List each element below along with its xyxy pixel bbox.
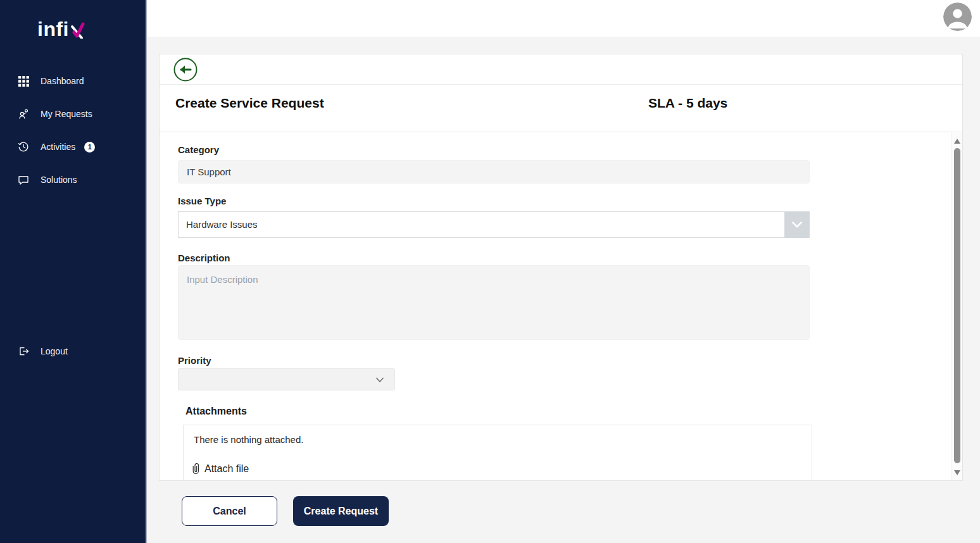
history-icon (18, 141, 29, 153)
create-request-button[interactable]: Create Request (293, 496, 389, 526)
sidebar-item-label: Solutions (41, 175, 77, 185)
logout-label: Logout (41, 346, 68, 356)
topbar (146, 0, 980, 37)
back-button[interactable] (173, 57, 198, 82)
logo-x-check-icon (70, 22, 85, 39)
sla-badge: SLA - 5 days (648, 96, 727, 111)
form-scrollbar[interactable] (952, 133, 962, 480)
logout-icon (18, 346, 29, 357)
grid-icon (18, 75, 29, 87)
chevron-down-icon (375, 375, 385, 387)
chevron-down-icon (790, 218, 804, 232)
chat-icon (18, 174, 29, 185)
issue-type-label: Issue Type (178, 196, 226, 206)
sidebar: infi Dashboard (0, 0, 147, 543)
cancel-button[interactable]: Cancel (182, 496, 277, 526)
issue-type-select[interactable]: Hardware Issues (178, 211, 810, 238)
form-scroll-area: Category Issue Type Hardware Issues Desc… (160, 133, 962, 480)
priority-select[interactable] (178, 368, 395, 390)
scrollbar-down-arrow-icon[interactable] (954, 470, 960, 475)
attach-file-label: Attach file (204, 463, 249, 475)
logo-text: infi (37, 19, 69, 39)
scrollbar-up-arrow-icon[interactable] (954, 139, 960, 144)
sidebar-item-dashboard[interactable]: Dashboard (0, 65, 146, 97)
sidebar-nav: Dashboard My Requests Act (0, 65, 146, 196)
activities-badge: 1 (84, 142, 95, 153)
attachments-label: Attachments (185, 406, 247, 417)
page-title: Create Service Request (175, 96, 324, 111)
app-logo: infi (37, 19, 85, 39)
attachments-empty-text: There is nothing attached. (194, 434, 303, 445)
avatar[interactable] (943, 3, 972, 31)
card-titlebar: Create Service Request SLA - 5 days (160, 85, 962, 132)
back-arrow-icon (173, 57, 198, 82)
sidebar-item-my-requests[interactable]: My Requests (0, 97, 146, 130)
description-textarea[interactable] (178, 265, 810, 340)
create-request-card: Create Service Request SLA - 5 days Cate… (159, 54, 963, 481)
attach-file-button[interactable]: Attach file (192, 463, 249, 475)
card-backbar (160, 54, 962, 85)
issue-type-value: Hardware Issues (179, 212, 809, 237)
priority-label: Priority (178, 355, 211, 366)
sidebar-item-solutions[interactable]: Solutions (0, 163, 146, 196)
user-avatar-icon (943, 3, 972, 31)
paperclip-icon (192, 463, 200, 475)
sidebar-item-label: Activities (41, 142, 75, 152)
category-label: Category (178, 144, 219, 155)
logout-button[interactable]: Logout (0, 335, 146, 368)
people-icon (18, 108, 29, 120)
scrollbar-thumb[interactable] (954, 148, 960, 463)
issue-type-dropdown-button[interactable] (784, 211, 809, 238)
sidebar-item-activities[interactable]: Activities 1 (0, 130, 146, 163)
sidebar-item-label: My Requests (41, 109, 92, 119)
description-label: Description (178, 253, 230, 263)
attachments-box: There is nothing attached. Attach file (183, 425, 812, 480)
category-input[interactable] (178, 160, 810, 184)
sidebar-item-label: Dashboard (41, 76, 84, 86)
